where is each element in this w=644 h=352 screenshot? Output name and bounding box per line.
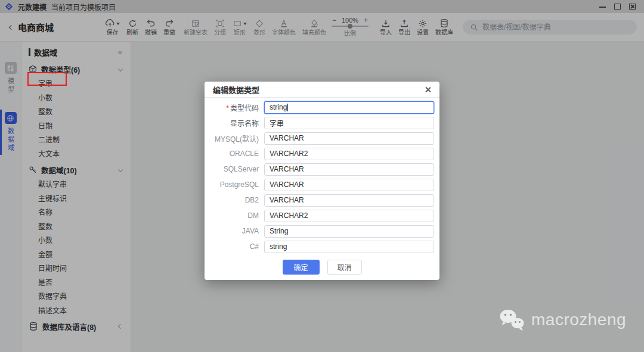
confirm-button[interactable]: 确定 bbox=[283, 260, 320, 275]
field-input-type-code[interactable]: string bbox=[264, 101, 434, 114]
edit-data-type-dialog: 编辑数据类型 *类型代码string显示名称字串MYSQL(默认)VARCHAR… bbox=[205, 82, 439, 280]
field-label-sqlserver: SQLServer bbox=[205, 165, 259, 173]
field-input-dm[interactable]: VARCHAR2 bbox=[264, 210, 434, 222]
field-label-csharp: C# bbox=[205, 242, 259, 251]
field-input-mysql[interactable]: VARCHAR bbox=[264, 132, 434, 145]
field-input-sqlserver[interactable]: VARCHAR bbox=[264, 163, 434, 176]
field-label-dm: DM bbox=[205, 211, 259, 220]
form-row: *类型代码string bbox=[205, 101, 434, 113]
field-label-type-code: *类型代码 bbox=[205, 102, 259, 113]
watermark-text: macrozheng bbox=[531, 310, 626, 329]
form-row: JAVAString bbox=[205, 225, 434, 237]
form-row: PostgreSQLVARCHAR bbox=[205, 179, 434, 191]
field-label-java: JAVA bbox=[205, 227, 259, 235]
field-input-oracle[interactable]: VARCHAR2 bbox=[264, 148, 434, 160]
dialog-header: 编辑数据类型 bbox=[205, 82, 439, 98]
form-row: DMVARCHAR2 bbox=[205, 210, 434, 222]
wechat-icon bbox=[498, 307, 527, 332]
field-input-display-name[interactable]: 字串 bbox=[264, 117, 434, 129]
dialog-close-icon[interactable] bbox=[425, 86, 431, 93]
annotation-highlight-box bbox=[27, 72, 67, 86]
required-asterisk: * bbox=[226, 104, 229, 113]
field-input-java[interactable]: String bbox=[264, 225, 434, 238]
form-row: MYSQL(默认)VARCHAR bbox=[205, 132, 434, 144]
form-row: 显示名称字串 bbox=[205, 117, 434, 129]
field-input-db2[interactable]: VARCHAR bbox=[264, 194, 434, 207]
app-window: 元数建模 当前项目为模板项目 电商商城 保存刷新撤销重做新建空表分组矩形菱形字体… bbox=[0, 0, 644, 352]
form-row: C#string bbox=[205, 241, 434, 253]
field-input-csharp[interactable]: string bbox=[264, 241, 434, 253]
dialog-footer: 确定 取消 bbox=[205, 256, 439, 280]
field-label-db2: DB2 bbox=[205, 196, 259, 204]
field-input-postgresql[interactable]: VARCHAR bbox=[264, 179, 434, 191]
form-row: SQLServerVARCHAR bbox=[205, 163, 434, 175]
cancel-button[interactable]: 取消 bbox=[327, 260, 362, 275]
form-row: DB2VARCHAR bbox=[205, 194, 434, 206]
form-row: ORACLEVARCHAR2 bbox=[205, 148, 434, 160]
field-label-mysql: MYSQL(默认) bbox=[205, 133, 259, 144]
field-label-oracle: ORACLE bbox=[205, 149, 259, 158]
dialog-title: 编辑数据类型 bbox=[213, 84, 425, 95]
text-cursor bbox=[287, 104, 288, 111]
field-label-postgresql: PostgreSQL bbox=[205, 180, 259, 189]
dialog-body: *类型代码string显示名称字串MYSQL(默认)VARCHARORACLEV… bbox=[205, 98, 439, 253]
field-label-display-name: 显示名称 bbox=[205, 118, 259, 128]
watermark: macrozheng bbox=[498, 307, 626, 332]
